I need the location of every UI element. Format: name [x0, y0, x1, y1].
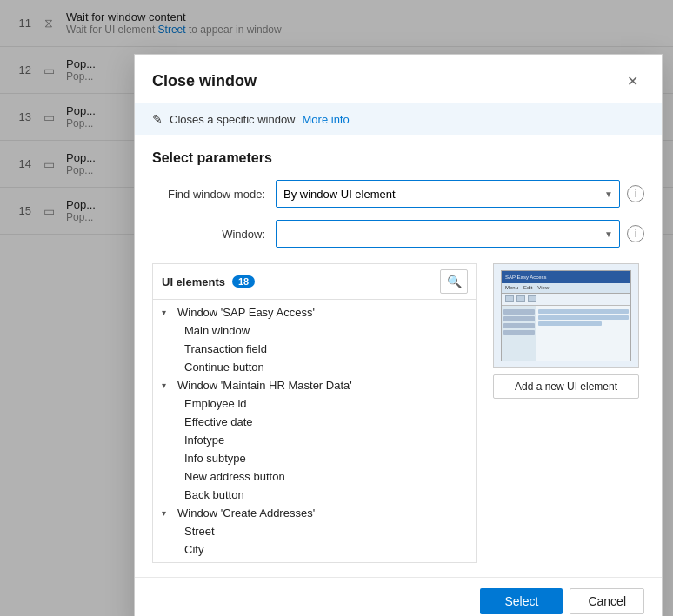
tree-leaf-street[interactable]: Street [153, 522, 476, 540]
find-window-mode-control: By window UI element By window title By … [276, 180, 644, 208]
window-control: ▼ i [276, 220, 644, 248]
sap-main-row-3 [538, 321, 602, 326]
tree-leaf-effective-date[interactable]: Effective date [153, 413, 476, 431]
tree-group-maintain-hr[interactable]: ▾ Window 'Maintain HR Master Data' [153, 376, 476, 394]
sap-sidebar-item-1 [503, 309, 535, 315]
pencil-icon: ✎ [152, 112, 163, 126]
info-text: Closes a specific window [170, 113, 296, 126]
tree-search-button[interactable]: 🔍 [440, 269, 468, 294]
sap-sidebar [502, 306, 536, 361]
info-banner: ✎ Closes a specific window More info [135, 103, 662, 135]
tree-leaf-back-button[interactable]: Back button [153, 486, 476, 504]
tree-leaf-main-window[interactable]: Main window [153, 321, 476, 340]
sap-main-row-2 [538, 315, 629, 320]
sap-sidebar-item-4 [503, 330, 535, 335]
dialog-title: Close window [152, 72, 257, 90]
tree-group-label-3: Window 'Create Addresses' [177, 507, 315, 520]
find-window-mode-select[interactable]: By window UI element By window title By … [276, 180, 620, 208]
ui-elements-tree-panel: UI elements 18 🔍 ▾ Window 'SAP Easy Acce… [152, 263, 477, 563]
tree-group-label-1: Window 'SAP Easy Access' [177, 306, 315, 319]
add-new-ui-element-button[interactable]: Add a new UI element [493, 374, 639, 399]
chevron-down-icon-2: ▾ [162, 381, 174, 390]
chevron-down-icon-3: ▾ [162, 508, 174, 518]
find-window-mode-select-wrapper: By window UI element By window title By … [276, 180, 620, 208]
cancel-button[interactable]: Cancel [570, 588, 644, 614]
dialog-footer: Select Cancel [135, 577, 662, 616]
tree-header: UI elements 18 🔍 [153, 264, 476, 300]
window-label: Window: [152, 228, 265, 241]
sap-window-preview: SAP Easy Access Menu Edit View [493, 263, 639, 368]
window-info-icon[interactable]: i [627, 225, 644, 242]
window-select[interactable] [276, 220, 620, 248]
close-icon: ✕ [627, 73, 638, 89]
sap-toolbar-btn-2 [516, 295, 525, 302]
close-window-dialog: Close window ✕ ✎ Closes a specific windo… [134, 54, 663, 616]
window-select-wrapper: ▼ [276, 220, 620, 248]
sap-preview-window: SAP Easy Access Menu Edit View [501, 270, 631, 361]
tree-leaf-infotype[interactable]: Infotype [153, 431, 476, 449]
select-button[interactable]: Select [480, 588, 563, 614]
tree-leaf-employee-id[interactable]: Employee id [153, 394, 476, 413]
sap-main-row-1 [538, 309, 629, 314]
close-dialog-button[interactable]: ✕ [620, 69, 644, 93]
find-window-mode-info-icon[interactable]: i [627, 185, 644, 202]
tree-leaf-transaction-field[interactable]: Transaction field [153, 340, 476, 358]
sap-toolbar-btn-3 [528, 295, 536, 302]
preview-panel: SAP Easy Access Menu Edit View [488, 263, 644, 563]
find-window-mode-row: Find window mode: By window UI element B… [152, 180, 644, 208]
select-parameters-title: Select parameters [152, 150, 644, 166]
sap-title-text: SAP Easy Access [505, 275, 547, 280]
sap-sidebar-item-2 [503, 316, 535, 321]
search-icon: 🔍 [447, 275, 462, 288]
tree-leaf-info-subtype[interactable]: Info subtype [153, 449, 476, 467]
sap-menu: Menu Edit View [502, 283, 630, 294]
tree-leaf-city[interactable]: City [153, 540, 476, 559]
sap-titlebar: SAP Easy Access [502, 271, 630, 283]
find-window-mode-label: Find window mode: [152, 188, 265, 201]
sap-toolbar-btn-1 [505, 295, 514, 302]
more-info-link[interactable]: More info [303, 113, 350, 126]
sap-sidebar-item-3 [503, 323, 535, 328]
sap-tree-area [502, 306, 630, 361]
dialog-header: Close window ✕ [135, 55, 662, 103]
window-row: Window: ▼ i [152, 220, 644, 248]
sap-menu-item-3: View [537, 285, 549, 290]
sap-main-area [536, 306, 630, 361]
ui-elements-tree-body[interactable]: ▾ Window 'SAP Easy Access' Main window T… [153, 300, 476, 562]
tree-group-create-addresses[interactable]: ▾ Window 'Create Addresses' [153, 504, 476, 522]
sap-menu-item-1: Menu [505, 285, 518, 290]
lower-section: UI elements 18 🔍 ▾ Window 'SAP Easy Acce… [135, 263, 662, 577]
sap-toolbar [502, 294, 630, 306]
ui-elements-label: UI elements [162, 275, 225, 288]
dialog-body: Select parameters Find window mode: By w… [135, 135, 662, 260]
chevron-down-icon: ▾ [162, 308, 174, 317]
tree-leaf-new-address-button[interactable]: New address button [153, 467, 476, 486]
tree-group-label-2: Window 'Maintain HR Master Data' [177, 379, 352, 392]
tree-group-sap-easy-access[interactable]: ▾ Window 'SAP Easy Access' [153, 303, 476, 321]
tree-leaf-continue-button[interactable]: Continue button [153, 358, 476, 376]
sap-menu-item-2: Edit [523, 285, 532, 290]
ui-elements-badge: 18 [232, 275, 255, 288]
